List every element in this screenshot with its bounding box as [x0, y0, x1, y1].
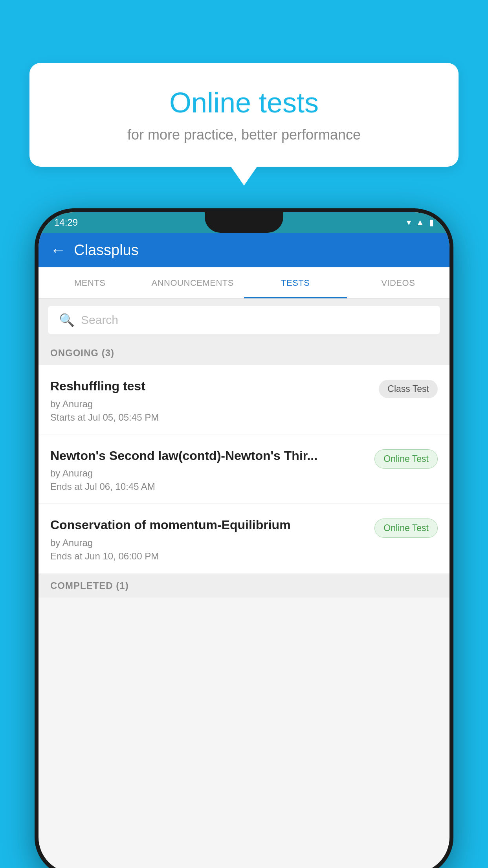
test-info-3: Conservation of momentum-Equilibrium by … [50, 517, 367, 562]
test-name-2: Newton's Second law(contd)-Newton's Thir… [50, 448, 367, 464]
completed-label: COMPLETED (1) [50, 580, 129, 591]
test-by-3: by Anurag [50, 537, 367, 548]
test-item-2[interactable]: Newton's Second law(contd)-Newton's Thir… [39, 434, 449, 504]
bubble-title: Online tests [61, 86, 427, 119]
signal-icon: ▲ [416, 217, 424, 228]
battery-icon: ▮ [429, 217, 434, 228]
app-title: Classplus [74, 242, 139, 259]
test-badge-2: Online Test [374, 449, 438, 469]
tab-tests[interactable]: TESTS [244, 267, 347, 298]
test-info-2: Newton's Second law(contd)-Newton's Thir… [50, 448, 367, 493]
test-name-3: Conservation of momentum-Equilibrium [50, 517, 367, 533]
ongoing-section-header: ONGOING (3) [39, 341, 449, 365]
tab-videos[interactable]: VIDEOS [347, 267, 450, 298]
phone-screen: 14:29 ▾ ▲ ▮ ← Classplus MENTS ANNOUNCEME… [39, 212, 449, 868]
test-badge-1: Class Test [379, 380, 438, 398]
test-date-2: Ends at Jul 06, 10:45 AM [50, 481, 367, 492]
search-placeholder: Search [81, 313, 118, 327]
test-item-1[interactable]: Reshuffling test by Anurag Starts at Jul… [39, 365, 449, 434]
speech-bubble: Online tests for more practice, better p… [29, 63, 459, 167]
bubble-subtitle: for more practice, better performance [61, 127, 427, 143]
search-icon: 🔍 [59, 313, 75, 327]
tab-announcements[interactable]: ANNOUNCEMENTS [141, 267, 244, 298]
test-item-3[interactable]: Conservation of momentum-Equilibrium by … [39, 504, 449, 573]
notch [205, 212, 283, 233]
phone-frame: 14:29 ▾ ▲ ▮ ← Classplus MENTS ANNOUNCEME… [35, 208, 453, 868]
test-list: Reshuffling test by Anurag Starts at Jul… [39, 365, 449, 573]
status-bar: 14:29 ▾ ▲ ▮ [39, 212, 449, 233]
app-bar: ← Classplus [39, 233, 449, 267]
test-date-3: Ends at Jun 10, 06:00 PM [50, 551, 367, 562]
search-input[interactable]: 🔍 Search [48, 306, 440, 334]
speech-bubble-container: Online tests for more practice, better p… [29, 63, 459, 167]
tab-bar: MENTS ANNOUNCEMENTS TESTS VIDEOS [39, 267, 449, 299]
tab-ments[interactable]: MENTS [39, 267, 141, 298]
status-icons: ▾ ▲ ▮ [407, 217, 434, 228]
wifi-icon: ▾ [407, 217, 411, 228]
test-by-2: by Anurag [50, 468, 367, 479]
ongoing-label: ONGOING (3) [50, 348, 114, 358]
test-info-1: Reshuffling test by Anurag Starts at Jul… [50, 378, 371, 423]
test-date-1: Starts at Jul 05, 05:45 PM [50, 412, 371, 423]
test-by-1: by Anurag [50, 399, 371, 410]
status-time: 14:29 [54, 217, 78, 228]
test-badge-3: Online Test [374, 519, 438, 538]
back-button[interactable]: ← [50, 241, 66, 259]
completed-section-header: COMPLETED (1) [39, 574, 449, 598]
test-name-1: Reshuffling test [50, 378, 371, 395]
search-container: 🔍 Search [39, 299, 449, 341]
